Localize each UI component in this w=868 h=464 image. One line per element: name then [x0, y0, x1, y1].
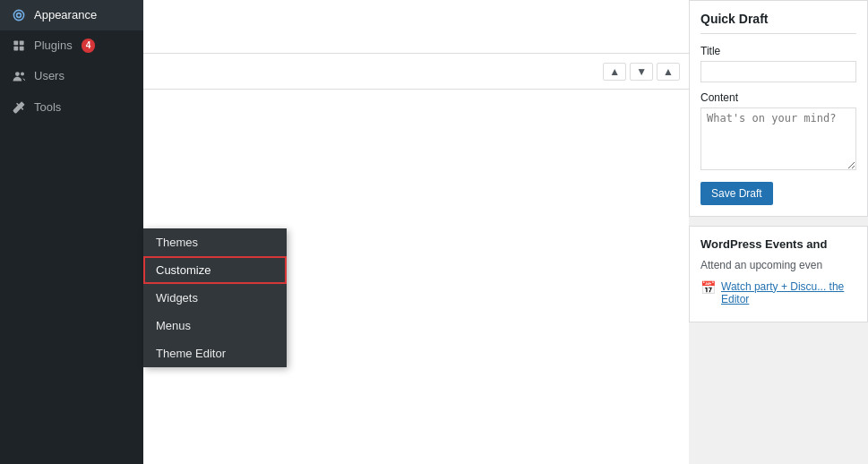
sidebar-item-label-tools: Tools — [34, 99, 61, 116]
flyout-item-menus[interactable]: Menus — [143, 312, 287, 339]
content-toolbar: ▲ ▼ ▲ — [143, 54, 689, 90]
content-label: Content — [700, 91, 856, 104]
down-icon: ▼ — [636, 65, 647, 78]
svg-point-4 — [15, 73, 20, 77]
content-top-bar — [143, 0, 689, 54]
event-item: 📅 Watch party + Discu... the Editor — [700, 280, 856, 305]
appearance-icon — [11, 7, 27, 23]
sidebar-item-plugins[interactable]: Plugins 4 — [0, 30, 143, 61]
sidebar-item-users[interactable]: Users — [0, 61, 143, 91]
flyout-item-themes[interactable]: Themes — [143, 228, 287, 256]
sidebar-item-appearance[interactable]: Appearance — [0, 0, 143, 30]
toolbar-expand-button[interactable]: ▲ — [657, 63, 680, 81]
users-icon — [11, 68, 27, 84]
event-calendar-icon: 📅 — [700, 280, 716, 295]
right-panel: Quick Draft Title Content Save Draft Wor… — [689, 0, 868, 464]
title-input[interactable] — [700, 61, 856, 82]
svg-point-5 — [21, 73, 24, 76]
plugins-badge: 4 — [82, 39, 96, 53]
toolbar-down-button[interactable]: ▼ — [630, 63, 653, 81]
sidebar-item-label-plugins: Plugins — [34, 38, 73, 54]
events-panel: WordPress Events and Attend an upcoming … — [689, 226, 868, 322]
flyout-item-customize[interactable]: Customize — [143, 256, 287, 284]
save-draft-label: Save Draft — [711, 187, 762, 200]
sidebar-item-label-users: Users — [34, 68, 64, 84]
tools-icon — [11, 99, 27, 116]
events-description: Attend an upcoming even — [700, 258, 856, 273]
flyout-item-widgets[interactable]: Widgets — [143, 284, 287, 312]
title-label: Title — [700, 45, 856, 57]
content-textarea[interactable] — [700, 107, 856, 170]
toolbar-up-button[interactable]: ▲ — [603, 63, 626, 81]
flyout-item-theme-editor[interactable]: Theme Editor — [143, 339, 287, 367]
sidebar: Appearance Plugins 4 — [0, 0, 143, 464]
svg-rect-1 — [20, 41, 24, 46]
sidebar-item-tools[interactable]: Tools — [0, 92, 143, 123]
flyout-menu: Themes Customize Widgets Menus Theme Edi… — [143, 228, 287, 367]
event-link[interactable]: Watch party + Discu... the Editor — [721, 280, 856, 305]
save-draft-button[interactable]: Save Draft — [700, 182, 773, 205]
svg-rect-0 — [13, 41, 18, 46]
up-icon: ▲ — [609, 65, 620, 78]
quick-draft-panel: Quick Draft Title Content Save Draft — [689, 0, 868, 217]
quick-draft-title: Quick Draft — [700, 12, 856, 34]
events-title: WordPress Events and — [700, 237, 856, 251]
expand-icon: ▲ — [663, 65, 674, 78]
svg-rect-3 — [20, 47, 24, 51]
svg-rect-2 — [13, 47, 18, 51]
sidebar-item-label-appearance: Appearance — [34, 7, 97, 23]
plugins-icon — [11, 38, 27, 54]
